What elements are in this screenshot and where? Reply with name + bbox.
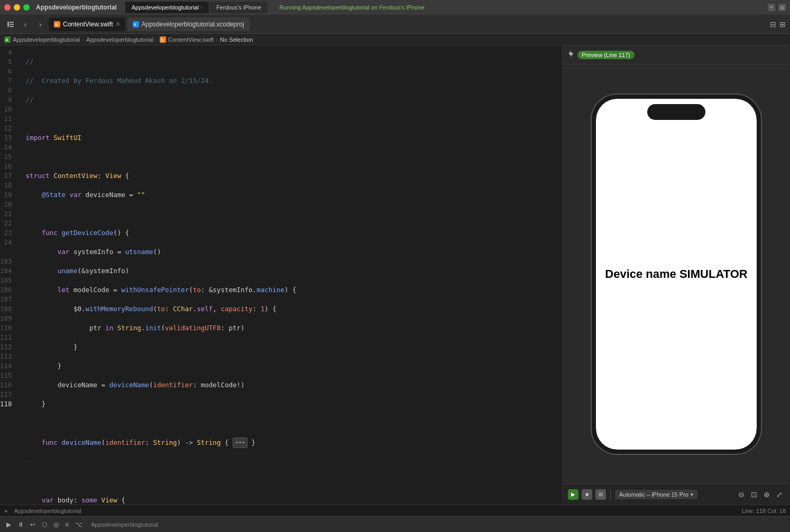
code-line-13: func getDeviceCode() { <box>26 228 558 238</box>
ln-10: 10 <box>0 105 16 114</box>
window-traffic-lights[interactable] <box>4 4 30 11</box>
preview-panel: Preview (Line 117) Device name SIMULATOR… <box>563 45 790 505</box>
inspector-button[interactable]: ⊞ <box>779 20 786 29</box>
file-tab-contentview[interactable]: S ContentView.swift ✕ <box>49 17 125 31</box>
layout-button[interactable]: ⊞ <box>778 4 786 11</box>
preview-stop-button[interactable]: ■ <box>582 489 592 500</box>
ln-19: 19 <box>0 190 16 200</box>
breadcrumb-file-icon: S <box>160 36 166 43</box>
ln-6: 6 <box>0 67 16 76</box>
ln-22: 22 <box>0 219 16 228</box>
ln-110: 110 <box>0 323 16 333</box>
zoom-fit-button[interactable]: ⊡ <box>749 489 759 500</box>
back-button[interactable]: ‹ <box>19 18 32 31</box>
sidebar-toggle-button[interactable] <box>4 18 17 31</box>
svg-rect-1 <box>10 22 14 23</box>
pause-button[interactable]: ⏸ <box>15 521 26 528</box>
code-line-17: $0.withMemoryRebound(to: CChar.self, cap… <box>26 304 558 314</box>
ln-116: 116 <box>0 380 16 390</box>
code-line-16: let modelCode = withUnsafePointer(to: &s… <box>26 285 558 295</box>
step-button[interactable]: ↩ <box>28 521 38 528</box>
breadcrumb-file[interactable]: ContentView.swift <box>168 36 214 43</box>
forward-button[interactable]: › <box>34 18 47 31</box>
title-tab-device[interactable]: Ferdous's iPhone <box>210 2 268 13</box>
preview-label: Preview (Line 117) <box>577 51 635 59</box>
code-line-15: uname(&systemInfo) <box>26 266 558 276</box>
build-status: Appsdeveloperblogtutorial <box>14 508 81 514</box>
code-line-14: var systemInfo = utsname() <box>26 247 558 257</box>
breakpoint-button[interactable]: ⬡ <box>40 521 49 528</box>
app-status-icon: ● <box>4 508 8 514</box>
ln-107: 107 <box>0 295 16 304</box>
ln-105: 105 <box>0 276 16 285</box>
ln-117: 117 <box>0 390 16 399</box>
iphone-screen: Device name SIMULATOR <box>596 99 757 450</box>
main-area: 4 5 6 7 8 9 10 11 12 13 14 15 16 17 18 1… <box>0 45 790 505</box>
close-window-button[interactable] <box>4 4 11 11</box>
zoom-fullscreen-button[interactable]: ⤢ <box>774 489 785 500</box>
ln-12: 12 <box>0 124 16 133</box>
code-line-4: // <box>26 57 558 67</box>
status-bar-left: ● Appsdeveloperblogtutorial <box>4 508 81 514</box>
code-line-11: @State var deviceName = "" <box>26 190 558 200</box>
code-line-104: var body: some View { <box>26 496 558 505</box>
zoom-out-button[interactable]: ⊖ <box>736 489 747 500</box>
title-tab-project-label: Appsdeveloperblogtutorial <box>132 4 199 11</box>
title-tab-project[interactable]: Appsdeveloperblogtutorial › <box>125 2 209 13</box>
code-line-5: // Created by Ferdous Mahmud Akash on 2/… <box>26 76 558 86</box>
title-bar: Appsdeveloperblogtutorial Appsdeveloperb… <box>0 0 790 15</box>
minimize-window-button[interactable] <box>14 4 20 11</box>
breadcrumb-project[interactable]: Appsdeveloperblogtutorial <box>13 36 80 43</box>
code-line-10: struct ContentView: View { <box>26 171 558 181</box>
ln-17: 17 <box>0 171 16 181</box>
line-col-info: Line: 118 Col: 18 <box>742 508 786 514</box>
status-bar: ● Appsdeveloperblogtutorial Line: 118 Co… <box>0 505 790 516</box>
ln-16: 16 <box>0 162 16 171</box>
preview-pin-button[interactable] <box>567 50 574 59</box>
git-button[interactable]: ⌥ <box>73 521 85 528</box>
zoom-in-button[interactable]: ⊕ <box>761 489 772 500</box>
code-line-21: deviceName = deviceName(identifier: mode… <box>26 380 558 390</box>
code-text[interactable]: // // Created by Ferdous Mahmud Akash on… <box>22 45 562 505</box>
breadcrumb-sep-3: › <box>216 36 218 43</box>
code-editor[interactable]: 4 5 6 7 8 9 10 11 12 13 14 15 16 17 18 1… <box>0 45 563 505</box>
ln-118: 118 <box>0 399 16 409</box>
preview-grid-button[interactable]: ⊞ <box>595 489 606 500</box>
breadcrumb: A Appsdeveloperblogtutorial › Appsdevelo… <box>0 34 790 45</box>
ln-111: 111 <box>0 333 16 342</box>
play-button[interactable]: ▶ <box>4 521 13 528</box>
code-line-103 <box>26 477 558 486</box>
title-bar-controls: + ⊞ <box>768 4 786 11</box>
ln-112: 112 <box>0 342 16 352</box>
ln-13: 13 <box>0 133 16 143</box>
run-status-label: Running Appsdeveloperblogtutorial on Fer… <box>279 4 424 11</box>
ln-15: 15 <box>0 152 16 162</box>
app-name-label: Appsdeveloperblogtutorial <box>36 4 117 11</box>
breadcrumb-selection[interactable]: No Selection <box>220 36 253 43</box>
bottom-app-name-label: Appsdeveloperblogtutorial <box>91 521 158 528</box>
maximize-window-button[interactable] <box>23 4 30 11</box>
preview-zoom-controls: ⊖ ⊡ ⊕ ⤢ <box>736 489 785 500</box>
code-line-6: // <box>26 95 558 105</box>
code-line-9 <box>26 152 558 162</box>
ln-104: 104 <box>0 266 16 276</box>
svg-rect-2 <box>10 24 14 25</box>
code-scroll-area[interactable]: 4 5 6 7 8 9 10 11 12 13 14 15 16 17 18 1… <box>0 45 562 505</box>
ln-106: 106 <box>0 285 16 295</box>
breadcrumb-home-icon: A <box>4 36 11 43</box>
file-tab-xcodeproj[interactable]: X Appsdeveloperblogtutorial.xcodeproj <box>127 17 250 31</box>
preview-device-selector[interactable]: Automatic – iPhone 15 Pro ▾ <box>615 490 697 499</box>
add-tab-button[interactable]: + <box>768 4 775 11</box>
ln-115: 115 <box>0 371 16 380</box>
ln-103: 103 <box>0 257 16 266</box>
location-button[interactable]: ◎ <box>51 521 61 528</box>
code-line-12 <box>26 209 558 219</box>
preview-run-button[interactable]: ▶ <box>568 489 578 500</box>
split-editor-button[interactable]: ⊟ <box>770 20 776 29</box>
preview-content: Device name SIMULATOR <box>563 64 790 483</box>
status-bar-right: Line: 118 Col: 18 <box>742 508 786 514</box>
breadcrumb-group[interactable]: Appsdeveloperblogtutorial <box>86 36 153 43</box>
file-tab-contentview-label: ContentView.swift <box>63 21 113 28</box>
iphone-notch <box>647 104 705 120</box>
thread-button[interactable]: ≡ <box>63 521 71 528</box>
